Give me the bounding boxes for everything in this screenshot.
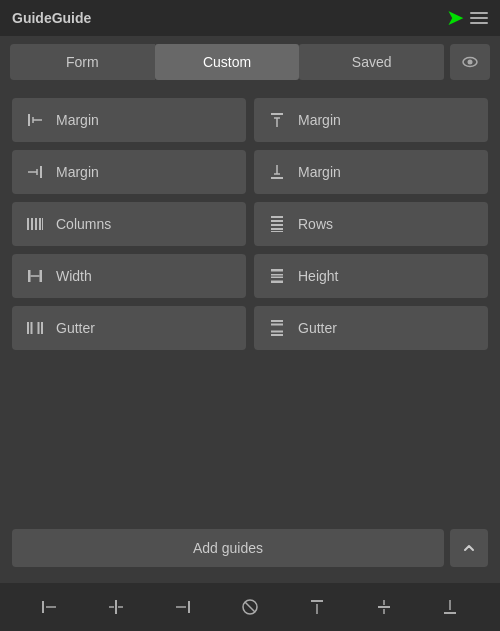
gutter-h-button[interactable]: Gutter <box>254 306 488 350</box>
svg-rect-24 <box>28 270 31 282</box>
app-title: GuideGuide <box>12 10 91 26</box>
svg-rect-18 <box>42 218 43 230</box>
margin-right-button[interactable]: Margin <box>12 150 246 194</box>
svg-rect-21 <box>271 224 283 226</box>
svg-rect-27 <box>271 269 283 272</box>
width-icon <box>24 267 46 285</box>
gutter-h-icon <box>266 319 288 337</box>
rows-label: Rows <box>298 216 333 232</box>
add-guides-button[interactable]: Add guides <box>12 529 444 567</box>
margin-top-button[interactable]: Margin <box>254 98 488 142</box>
svg-rect-30 <box>271 277 283 279</box>
tabs-bar: Form Custom Saved <box>0 36 500 88</box>
svg-rect-41 <box>115 600 117 614</box>
main-area: Margin Margin <box>0 88 500 521</box>
svg-rect-5 <box>271 113 283 115</box>
svg-rect-2 <box>28 114 30 126</box>
svg-rect-35 <box>271 320 283 322</box>
svg-rect-11 <box>271 177 283 179</box>
arrow-icon: ➤ <box>446 5 464 31</box>
margin-right-icon <box>24 163 46 181</box>
svg-rect-29 <box>271 274 283 276</box>
svg-rect-34 <box>41 322 43 334</box>
margin-bottom-icon <box>266 163 288 181</box>
margin-left-label: Margin <box>56 112 99 128</box>
svg-line-47 <box>245 602 255 612</box>
width-button[interactable]: Width <box>12 254 246 298</box>
svg-rect-15 <box>31 218 33 230</box>
margin-top-icon <box>266 111 288 129</box>
align-center-vertical-icon[interactable] <box>100 591 132 623</box>
svg-rect-39 <box>42 601 44 613</box>
add-guides-row: Add guides <box>12 529 488 567</box>
svg-rect-16 <box>35 218 37 230</box>
buttons-grid: Margin Margin <box>12 98 488 350</box>
tab-custom[interactable]: Custom <box>155 44 300 80</box>
margin-top-label: Margin <box>298 112 341 128</box>
svg-rect-38 <box>271 334 283 336</box>
align-center-horizontal-icon[interactable] <box>368 591 400 623</box>
width-label: Width <box>56 268 92 284</box>
svg-rect-25 <box>40 270 43 282</box>
height-label: Height <box>298 268 338 284</box>
svg-rect-50 <box>378 606 390 608</box>
svg-rect-28 <box>271 281 283 284</box>
columns-button[interactable]: Columns <box>12 202 246 246</box>
svg-rect-44 <box>188 601 190 613</box>
rows-button[interactable]: Rows <box>254 202 488 246</box>
align-right-edge-icon[interactable] <box>167 591 199 623</box>
svg-rect-32 <box>31 322 33 334</box>
up-button[interactable] <box>450 529 488 567</box>
chevron-up-icon <box>461 540 477 556</box>
rows-icon <box>266 215 288 233</box>
align-top-edge-icon[interactable] <box>301 591 333 623</box>
app-container: GuideGuide ➤ Form Custom Saved <box>0 0 500 631</box>
align-left-edge-icon[interactable] <box>33 591 65 623</box>
height-button[interactable]: Height <box>254 254 488 298</box>
gutter-v-button[interactable]: Gutter <box>12 306 246 350</box>
menu-button[interactable] <box>470 12 488 24</box>
svg-rect-33 <box>38 322 40 334</box>
toolbar-row <box>0 583 500 631</box>
svg-rect-23 <box>271 231 283 232</box>
gutter-h-label: Gutter <box>298 320 337 336</box>
svg-rect-19 <box>271 216 283 218</box>
align-bottom-edge-icon[interactable] <box>434 591 466 623</box>
gutter-v-icon <box>24 319 46 337</box>
columns-label: Columns <box>56 216 111 232</box>
gutter-v-label: Gutter <box>56 320 95 336</box>
svg-rect-8 <box>40 166 42 178</box>
height-icon <box>266 267 288 285</box>
svg-rect-36 <box>271 324 283 326</box>
margin-right-label: Margin <box>56 164 99 180</box>
svg-rect-22 <box>271 228 283 230</box>
tab-saved[interactable]: Saved <box>299 44 444 80</box>
svg-rect-53 <box>444 612 456 614</box>
eye-button[interactable] <box>450 44 490 80</box>
svg-rect-48 <box>311 600 323 602</box>
bottom-section: Add guides <box>0 521 500 583</box>
margin-bottom-label: Margin <box>298 164 341 180</box>
title-bar: GuideGuide ➤ <box>0 0 500 36</box>
svg-rect-17 <box>39 218 41 230</box>
columns-icon <box>24 215 46 233</box>
margin-left-icon <box>24 111 46 129</box>
clear-icon[interactable] <box>234 591 266 623</box>
eye-icon <box>461 53 479 71</box>
svg-rect-31 <box>27 322 29 334</box>
svg-point-1 <box>468 60 473 65</box>
svg-rect-14 <box>27 218 29 230</box>
margin-bottom-button[interactable]: Margin <box>254 150 488 194</box>
svg-rect-37 <box>271 331 283 333</box>
svg-rect-20 <box>271 220 283 222</box>
margin-left-button[interactable]: Margin <box>12 98 246 142</box>
tab-form[interactable]: Form <box>10 44 155 80</box>
